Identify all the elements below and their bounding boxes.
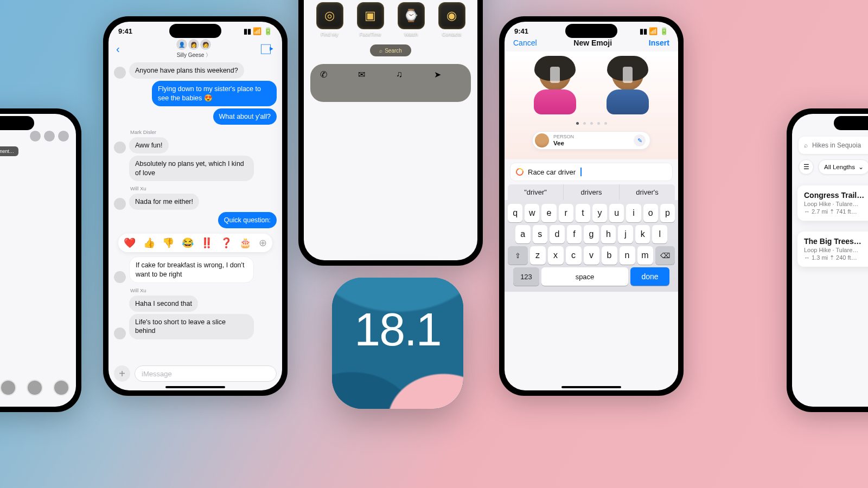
hike-card[interactable]: Congress Trail… Loop Hike · Tulare… ↔ 2.… <box>797 185 868 221</box>
key-v[interactable]: v <box>584 246 599 265</box>
tapback-exclaim-icon[interactable]: ‼️ <box>201 237 213 249</box>
key-c[interactable]: c <box>566 246 582 265</box>
filter-length[interactable]: All Lengths ⌄ <box>818 159 868 175</box>
edit-person-button[interactable]: ✎ <box>634 134 646 146</box>
app-phone[interactable]: ✆ <box>320 69 347 97</box>
compose-input[interactable]: iMessage <box>135 365 277 382</box>
app-facetime[interactable]: ▣FaceTime <box>357 2 384 37</box>
hud-button[interactable] <box>53 380 69 396</box>
genmoji-variants[interactable] <box>505 56 678 120</box>
hud-button[interactable] <box>0 380 16 396</box>
key-j[interactable]: j <box>618 225 633 243</box>
tapback-question-icon[interactable]: ❓ <box>220 237 232 249</box>
msg-bubble[interactable]: Quick question: <box>218 212 277 228</box>
person-chip[interactable]: PERSON Vee ✎ <box>532 131 650 150</box>
phone-home-screen: ◎Find My ▣FaceTime ⌚Watch ◉Contacts ⌕ Se… <box>298 0 483 266</box>
key-q[interactable]: q <box>508 204 522 222</box>
tapback-cake-icon[interactable]: 🎂 <box>239 237 251 249</box>
tapback-picker[interactable]: ❤️ 👍 👎 😂 ‼️ ❓ 🎂 ⊕ <box>118 234 272 252</box>
key-shift[interactable]: ⇧ <box>508 246 528 265</box>
key-f[interactable]: f <box>567 225 582 243</box>
app-safari[interactable]: ➤ <box>434 69 461 97</box>
app-music[interactable]: ♫ <box>396 69 423 97</box>
keyboard[interactable]: q w e r t y u i o p a s d f g h j k l <box>505 200 678 292</box>
key-space[interactable]: space <box>541 267 628 286</box>
key-x[interactable]: x <box>548 246 564 265</box>
key-l[interactable]: l <box>652 225 667 243</box>
game-hint-tooltip: What was in the monument… <box>0 146 18 156</box>
key-n[interactable]: n <box>620 246 635 265</box>
msg-bubble[interactable]: Flying down to my sister's place to see … <box>152 81 277 106</box>
key-d[interactable]: d <box>550 225 565 243</box>
key-u[interactable]: u <box>609 204 624 222</box>
msg-bubble[interactable]: What about y'all? <box>213 108 277 125</box>
prediction[interactable]: "driver" <box>508 184 564 200</box>
msg-bubble[interactable]: Nada for me either! <box>129 194 199 210</box>
key-done[interactable]: done <box>630 267 669 286</box>
hike-card[interactable]: The Big Trees… Loop Hike · Tulare… ↔ 1.3… <box>797 232 868 267</box>
msg-bubble[interactable]: If cake for breakfast is wrong, I don't … <box>129 256 254 283</box>
prediction[interactable]: driver's <box>620 184 675 200</box>
genmoji-variant[interactable] <box>604 59 652 115</box>
home-indicator[interactable] <box>165 386 225 388</box>
hud-button[interactable] <box>27 380 43 396</box>
phone-maps-hikes: ⌕ Hikes in Sequoia ☰ All Lengths ⌄ Congr… <box>787 108 868 412</box>
key-z[interactable]: z <box>530 246 546 265</box>
spotlight-search-button[interactable]: ⌕ Search <box>370 44 411 56</box>
msg-bubble[interactable]: Life's too short to leave a slice behind <box>129 314 254 339</box>
key-h[interactable]: h <box>601 225 616 243</box>
key-g[interactable]: g <box>584 225 599 243</box>
msg-bubble[interactable]: Anyone have plans this weekend? <box>129 62 244 79</box>
chat-transcript[interactable]: Anyone have plans this weekend? Flying d… <box>108 60 282 342</box>
msg-bubble[interactable]: Aww fun! <box>129 137 169 153</box>
game-hud-controls[interactable] <box>0 380 69 396</box>
page-dots[interactable] <box>505 120 678 129</box>
key-backspace[interactable]: ⌫ <box>655 246 675 265</box>
facetime-button[interactable]: ⃞▸ <box>268 43 275 55</box>
tapback-more-icon[interactable]: ⊕ <box>259 237 267 249</box>
text-caret <box>580 168 582 176</box>
app-find-my[interactable]: ◎Find My <box>316 2 343 37</box>
cancel-button[interactable]: Cancel <box>513 38 537 47</box>
msg-bubble[interactable]: Haha I second that <box>129 296 198 312</box>
key-r[interactable]: r <box>559 204 573 222</box>
app-mail[interactable]: ✉ <box>358 69 385 97</box>
prediction[interactable]: drivers <box>564 184 620 200</box>
key-i[interactable]: i <box>626 204 641 222</box>
maps-search-field[interactable]: ⌕ Hikes in Sequoia <box>799 137 868 154</box>
keyboard-predictions[interactable]: "driver" drivers driver's <box>508 184 675 200</box>
dock: ✆ ✉ ♫ ➤ <box>310 64 471 102</box>
genmoji-variant[interactable] <box>531 59 579 115</box>
app-contacts[interactable]: ◉Contacts <box>438 2 465 37</box>
tapback-thumbsdown-icon[interactable]: 👎 <box>162 237 174 249</box>
hike-subtitle: Loop Hike · Tulare… <box>804 247 868 253</box>
home-indicator[interactable] <box>561 386 621 388</box>
key-b[interactable]: b <box>602 246 617 265</box>
key-e[interactable]: e <box>541 204 556 222</box>
key-t[interactable]: t <box>576 204 590 222</box>
group-avatars[interactable]: 👤👩🧑 <box>176 38 212 50</box>
compose-bar: + iMessage <box>114 365 277 382</box>
key-a[interactable]: a <box>515 225 531 243</box>
filter-settings-button[interactable]: ☰ <box>799 159 814 175</box>
key-o[interactable]: o <box>643 204 658 222</box>
key-p[interactable]: p <box>660 204 675 222</box>
genmoji-prompt-input[interactable]: Race car driver <box>510 163 673 181</box>
key-w[interactable]: w <box>525 204 539 222</box>
insert-button[interactable]: Insert <box>649 38 669 47</box>
key-numbers[interactable]: 123 <box>513 267 539 286</box>
avatar-icon <box>114 67 126 79</box>
tapback-heart-icon[interactable]: ❤️ <box>124 237 136 249</box>
app-watch[interactable]: ⌚Watch <box>398 2 425 37</box>
key-m[interactable]: m <box>637 246 653 265</box>
tapback-haha-icon[interactable]: 😂 <box>182 237 194 249</box>
attach-button[interactable]: + <box>114 365 130 382</box>
key-s[interactable]: s <box>533 225 548 243</box>
key-y[interactable]: y <box>592 204 607 222</box>
tapback-thumbsup-icon[interactable]: 👍 <box>143 237 155 249</box>
messages-header: ‹ 👤👩🧑 Silly Geese 〉 ⃞▸ <box>108 36 282 60</box>
msg-bubble[interactable]: Absolutely no plans yet, which I kind of… <box>129 156 254 181</box>
key-k[interactable]: k <box>635 225 650 243</box>
sender-label: Will Xu <box>130 287 277 293</box>
back-button[interactable]: ‹ <box>116 43 120 55</box>
